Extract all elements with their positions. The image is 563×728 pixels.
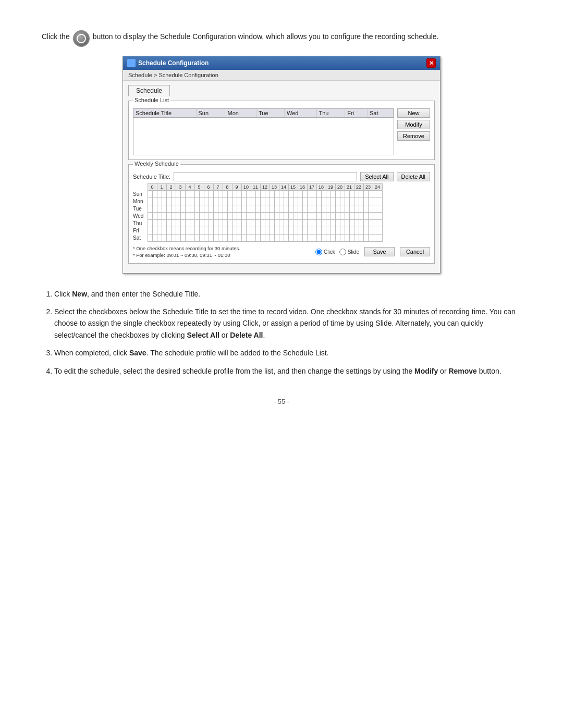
time-cell-sun-44[interactable]	[354, 191, 359, 198]
time-cell-tue-20[interactable]	[241, 205, 246, 213]
time-cell-fri-6[interactable]	[176, 227, 180, 235]
time-cell-sat-11[interactable]	[199, 235, 204, 242]
time-cell-thu-31[interactable]	[293, 220, 298, 227]
time-cell-wed-6[interactable]	[176, 213, 180, 220]
time-cell-sun-5[interactable]	[171, 191, 176, 198]
time-cell-tue-42[interactable]	[345, 205, 349, 213]
time-cell-fri-12[interactable]	[204, 227, 209, 235]
time-cell-tue-end[interactable]	[373, 205, 382, 213]
time-cell-sun-7[interactable]	[180, 191, 185, 198]
time-cell-thu-12[interactable]	[204, 220, 209, 227]
time-cell-thu-29[interactable]	[284, 220, 288, 227]
time-cell-fri-35[interactable]	[312, 227, 316, 235]
time-cell-wed-27[interactable]	[274, 213, 279, 220]
delete-all-button[interactable]: Delete All	[397, 172, 430, 181]
time-cell-mon-38[interactable]	[326, 198, 331, 205]
time-cell-sat-end[interactable]	[373, 235, 382, 242]
time-cell-wed-20[interactable]	[241, 213, 246, 220]
time-cell-sat-8[interactable]	[185, 235, 190, 242]
time-cell-sat-7[interactable]	[180, 235, 185, 242]
time-cell-sun-end[interactable]	[373, 191, 382, 198]
time-cell-thu-24[interactable]	[260, 220, 265, 227]
time-cell-mon-43[interactable]	[349, 198, 354, 205]
time-cell-thu-21[interactable]	[246, 220, 251, 227]
time-cell-sun-39[interactable]	[331, 191, 335, 198]
time-cell-sat-27[interactable]	[274, 235, 279, 242]
time-cell-tue-14[interactable]	[213, 205, 218, 213]
time-cell-mon-29[interactable]	[284, 198, 288, 205]
time-cell-sun-45[interactable]	[359, 191, 363, 198]
time-cell-mon-33[interactable]	[302, 198, 307, 205]
time-cell-sat-15[interactable]	[218, 235, 223, 242]
time-cell-wed-10[interactable]	[194, 213, 199, 220]
time-cell-tue-3[interactable]	[162, 205, 166, 213]
time-cell-sun-43[interactable]	[349, 191, 354, 198]
time-cell-sun-10[interactable]	[194, 191, 199, 198]
time-cell-tue-39[interactable]	[331, 205, 335, 213]
time-cell-thu-46[interactable]	[363, 220, 368, 227]
time-cell-fri-5[interactable]	[171, 227, 176, 235]
remove-button[interactable]: Remove	[397, 131, 430, 141]
time-cell-mon-44[interactable]	[354, 198, 359, 205]
time-cell-tue-32[interactable]	[298, 205, 302, 213]
time-cell-fri-44[interactable]	[354, 227, 359, 235]
time-cell-mon-42[interactable]	[345, 198, 349, 205]
time-cell-sat-9[interactable]	[190, 235, 194, 242]
cancel-button[interactable]: Cancel	[400, 247, 430, 256]
time-cell-sun-27[interactable]	[274, 191, 279, 198]
time-cell-sun-32[interactable]	[298, 191, 302, 198]
time-cell-wed-21[interactable]	[246, 213, 251, 220]
time-cell-fri-11[interactable]	[199, 227, 204, 235]
time-cell-mon-28[interactable]	[279, 198, 284, 205]
time-cell-fri-46[interactable]	[363, 227, 368, 235]
time-cell-sat-34[interactable]	[307, 235, 312, 242]
time-cell-wed-33[interactable]	[302, 213, 307, 220]
time-cell-sat-33[interactable]	[302, 235, 307, 242]
time-cell-thu-27[interactable]	[274, 220, 279, 227]
time-cell-thu-26[interactable]	[270, 220, 274, 227]
time-cell-fri-29[interactable]	[284, 227, 288, 235]
time-cell-sun-35[interactable]	[312, 191, 316, 198]
time-cell-sun-12[interactable]	[204, 191, 209, 198]
time-cell-sat-36[interactable]	[316, 235, 321, 242]
time-cell-sat-3[interactable]	[162, 235, 166, 242]
time-cell-tue-21[interactable]	[246, 205, 251, 213]
time-cell-fri-8[interactable]	[185, 227, 190, 235]
time-cell-fri-43[interactable]	[349, 227, 354, 235]
time-cell-mon-27[interactable]	[274, 198, 279, 205]
time-cell-sun-18[interactable]	[232, 191, 237, 198]
time-cell-sat-23[interactable]	[255, 235, 260, 242]
time-cell-thu-39[interactable]	[331, 220, 335, 227]
time-cell-fri-20[interactable]	[241, 227, 246, 235]
time-cell-sat-21[interactable]	[246, 235, 251, 242]
time-cell-tue-33[interactable]	[302, 205, 307, 213]
time-cell-sun-19[interactable]	[237, 191, 241, 198]
time-cell-tue-0[interactable]	[148, 205, 152, 213]
time-cell-wed-34[interactable]	[307, 213, 312, 220]
time-cell-fri-32[interactable]	[298, 227, 302, 235]
time-cell-thu-47[interactable]	[368, 220, 373, 227]
schedule-title-input[interactable]	[174, 172, 357, 181]
time-cell-mon-14[interactable]	[213, 198, 218, 205]
time-cell-fri-27[interactable]	[274, 227, 279, 235]
time-cell-sat-44[interactable]	[354, 235, 359, 242]
time-cell-wed-41[interactable]	[340, 213, 345, 220]
time-cell-fri-4[interactable]	[166, 227, 171, 235]
time-cell-tue-2[interactable]	[157, 205, 162, 213]
time-cell-sat-1[interactable]	[152, 235, 157, 242]
time-cell-tue-34[interactable]	[307, 205, 312, 213]
time-cell-thu-14[interactable]	[213, 220, 218, 227]
time-cell-sat-28[interactable]	[279, 235, 284, 242]
time-cell-wed-37[interactable]	[321, 213, 326, 220]
time-cell-fri-31[interactable]	[293, 227, 298, 235]
time-cell-tue-46[interactable]	[363, 205, 368, 213]
time-cell-tue-17[interactable]	[227, 205, 232, 213]
time-cell-sun-11[interactable]	[199, 191, 204, 198]
time-cell-tue-22[interactable]	[251, 205, 255, 213]
time-cell-wed-5[interactable]	[171, 213, 176, 220]
time-cell-mon-31[interactable]	[293, 198, 298, 205]
time-cell-mon-39[interactable]	[331, 198, 335, 205]
time-cell-fri-37[interactable]	[321, 227, 326, 235]
time-cell-sun-42[interactable]	[345, 191, 349, 198]
time-cell-sat-30[interactable]	[288, 235, 293, 242]
